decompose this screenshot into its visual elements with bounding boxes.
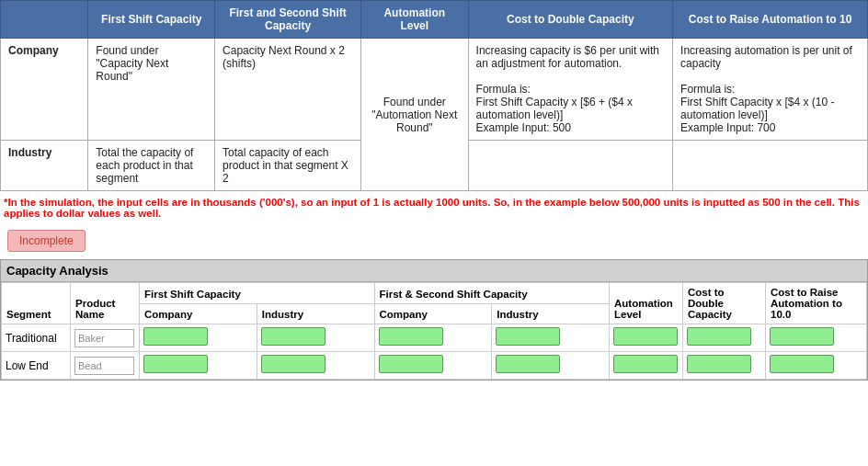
company-first-second-cell: Capacity Next Round x 2 (shifts) bbox=[215, 39, 361, 141]
company-cost-double-cell: Increasing capacity is $6 per unit with … bbox=[468, 39, 673, 141]
table-row: Traditional bbox=[2, 324, 867, 352]
automation-level-cell: Found under "Automation Next Round" bbox=[361, 39, 469, 191]
cost-raise-formula-label: Formula is: bbox=[680, 83, 735, 96]
lowend-segment: Low End bbox=[2, 352, 71, 380]
lowend-cost-double[interactable] bbox=[683, 352, 766, 380]
industry-cost-double-cell bbox=[468, 141, 673, 191]
lowend-automation[interactable] bbox=[610, 352, 683, 380]
traditional-first-second-industry-input[interactable] bbox=[496, 327, 560, 346]
industry-first-second-cell: Total capacity of each product in that s… bbox=[215, 141, 361, 191]
industry-label: Industry bbox=[1, 141, 88, 191]
cost-raise-header: Cost to Raise Automation to 10.0 bbox=[766, 283, 867, 324]
cost-double-example: Example Input: 500 bbox=[476, 121, 571, 134]
traditional-first-shift-industry-input[interactable] bbox=[261, 327, 326, 346]
cost-double-text: Increasing capacity is $6 per unit with … bbox=[476, 44, 659, 70]
traditional-first-second-industry[interactable] bbox=[492, 324, 610, 352]
cost-double-formula-label: Formula is: bbox=[476, 83, 531, 96]
first-second-shift-header: First & Second Shift Capacity bbox=[374, 283, 610, 304]
traditional-first-shift-industry[interactable] bbox=[257, 324, 374, 352]
reference-table: First Shift Capacity First and Second Sh… bbox=[0, 0, 868, 191]
col-header-cost-raise: Cost to Raise Automation to 10 bbox=[673, 1, 868, 39]
first-shift-company-sub: Company bbox=[140, 303, 257, 324]
col-header-empty bbox=[1, 1, 88, 39]
traditional-segment: Traditional bbox=[2, 324, 71, 352]
col-header-automation: Automation Level bbox=[361, 1, 469, 39]
traditional-automation[interactable] bbox=[610, 324, 683, 352]
capacity-table: Segment Product Name First Shift Capacit… bbox=[1, 282, 867, 380]
lowend-first-second-industry-input[interactable] bbox=[496, 355, 560, 373]
traditional-first-second-company-input[interactable] bbox=[379, 327, 443, 346]
lowend-first-shift-industry-input[interactable] bbox=[261, 355, 326, 373]
lowend-cost-raise-input[interactable] bbox=[770, 355, 834, 373]
lowend-first-second-company[interactable] bbox=[374, 352, 492, 380]
segment-header: Segment bbox=[2, 283, 71, 324]
first-second-industry-sub: Industry bbox=[492, 303, 610, 324]
lowend-first-second-industry[interactable] bbox=[492, 352, 610, 380]
lowend-first-second-company-input[interactable] bbox=[379, 355, 443, 373]
cost-raise-formula: First Shift Capacity x [$4 x (10 - autom… bbox=[680, 96, 834, 121]
traditional-product-input[interactable] bbox=[74, 329, 134, 347]
incomplete-button[interactable]: Incomplete bbox=[7, 230, 86, 252]
first-shift-industry-sub: Industry bbox=[257, 303, 374, 324]
traditional-first-second-company[interactable] bbox=[374, 324, 492, 352]
incomplete-button-container: Incomplete bbox=[0, 224, 868, 257]
lowend-automation-input[interactable] bbox=[613, 355, 678, 373]
cap-table-header-row: Segment Product Name First Shift Capacit… bbox=[2, 283, 867, 304]
lowend-product-cell[interactable] bbox=[71, 352, 140, 380]
col-header-first-shift: First Shift Capacity bbox=[88, 1, 215, 39]
first-second-company-sub: Company bbox=[374, 303, 492, 324]
company-first-shift-cell: Found under "Capacity Next Round" bbox=[88, 39, 215, 141]
industry-first-shift-cell: Total the capacity of each product in th… bbox=[88, 141, 215, 191]
traditional-product-cell[interactable] bbox=[71, 324, 140, 352]
cost-raise-text: Increasing automation is per unit of cap… bbox=[680, 44, 852, 70]
capacity-analysis-section: Capacity Analysis Segment Product Name F… bbox=[0, 259, 868, 381]
cost-double-header: Cost to Double Capacity bbox=[683, 283, 766, 324]
traditional-automation-input[interactable] bbox=[613, 327, 678, 346]
first-shift-header: First Shift Capacity bbox=[140, 283, 375, 304]
lowend-cost-double-input[interactable] bbox=[687, 355, 751, 373]
traditional-cost-double[interactable] bbox=[683, 324, 766, 352]
traditional-first-shift-company[interactable] bbox=[140, 324, 257, 352]
col-header-cost-double: Cost to Double Capacity bbox=[468, 1, 673, 39]
traditional-cost-double-input[interactable] bbox=[687, 327, 751, 346]
product-name-header: Product Name bbox=[71, 283, 140, 324]
traditional-cost-raise[interactable] bbox=[766, 324, 867, 352]
table-row: Low End bbox=[2, 352, 867, 380]
company-label: Company bbox=[1, 39, 88, 141]
traditional-first-shift-company-input[interactable] bbox=[143, 327, 208, 346]
cost-double-formula: First Shift Capacity x [$6 + ($4 x autom… bbox=[476, 96, 633, 121]
red-note: *In the simulation, the input cells are … bbox=[0, 191, 868, 224]
capacity-section-title: Capacity Analysis bbox=[1, 260, 867, 282]
traditional-cost-raise-input[interactable] bbox=[770, 327, 834, 346]
lowend-product-input[interactable] bbox=[74, 357, 134, 375]
lowend-cost-raise[interactable] bbox=[766, 352, 867, 380]
cost-raise-example: Example Input: 700 bbox=[680, 121, 775, 134]
lowend-first-shift-company[interactable] bbox=[140, 352, 257, 380]
company-row: Company Found under "Capacity Next Round… bbox=[1, 39, 868, 141]
col-header-first-second-shift: First and Second Shift Capacity bbox=[215, 1, 361, 39]
lowend-first-shift-industry[interactable] bbox=[257, 352, 374, 380]
company-cost-raise-cell: Increasing automation is per unit of cap… bbox=[673, 39, 868, 141]
automation-level-header: Automation Level bbox=[610, 283, 683, 324]
industry-cost-raise-cell bbox=[673, 141, 868, 191]
lowend-first-shift-company-input[interactable] bbox=[143, 355, 208, 373]
